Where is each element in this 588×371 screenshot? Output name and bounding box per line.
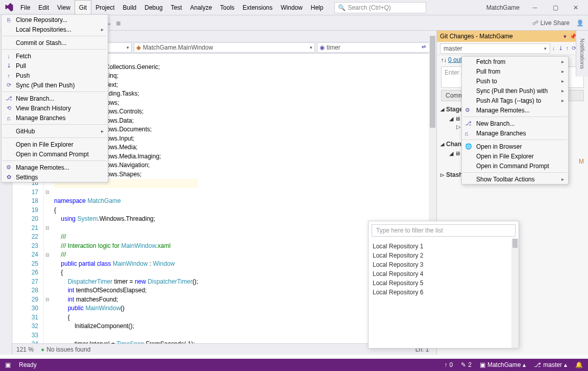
git-menu-item[interactable]: Open in Command Prompt [2,149,108,159]
menu-test[interactable]: Test [167,0,186,15]
scrollbar-vertical[interactable] [511,239,519,348]
repo-list-item[interactable]: Local Repository 2 [373,251,514,260]
menu-view[interactable]: View [53,0,75,15]
git-context-item[interactable]: ⎌Manage Branches [462,128,568,138]
nav-member-dd[interactable]: ◉timer▾ [317,42,434,53]
window-controls: ─ ▢ ✕ [525,0,586,15]
git-menu-item[interactable]: ⚙Manage Remotes... [2,163,108,172]
output-icon[interactable]: ▣ [5,361,11,368]
git-context-item[interactable]: Pull from [462,66,568,76]
git-menu-item[interactable]: Local Repositories... [2,25,108,34]
minimize-button[interactable]: ─ [525,0,545,15]
search-icon: 🔍 [338,4,346,11]
git-dropdown-menu: ⎘Clone Repository...Local Repositories..… [1,14,108,182]
nav-member-label: timer [327,44,340,51]
status-edits[interactable]: ✎ 2 [461,361,472,368]
git-toolbar: master ↓ ⤓ ↑ ⟳ ⋯ [437,42,588,55]
status-project[interactable]: ▣ MatchGame ▴ [480,361,526,368]
maximize-button[interactable]: ▢ [545,0,566,15]
git-context-item[interactable]: Open in Command Prompt [462,161,568,171]
menu-extensions[interactable]: Extensions [238,0,277,15]
status-push[interactable]: ↑ 0 [445,361,453,368]
git-menu-item[interactable]: ↑Push [2,71,108,80]
pull-icon[interactable]: ⤓ [558,45,563,52]
scroll-thumb[interactable] [430,54,435,128]
menu-build[interactable]: Build [119,0,141,15]
sync-icon[interactable]: ⇄ [420,43,427,50]
git-panel-title: Git Changes - MatchGame [440,33,560,40]
menu-help[interactable]: Help [307,0,328,15]
git-panel-title-bar: Git Changes - MatchGame ▾ 📌 ✕ [437,31,588,42]
git-context-item[interactable]: Fetch from [462,57,568,66]
status-ready: Ready [19,361,37,368]
menu-window[interactable]: Window [277,0,307,15]
git-context-item[interactable]: Open in File Explorer [462,151,568,161]
zoom-level[interactable]: 121 % [16,346,34,353]
close-button[interactable]: ✕ [566,0,586,15]
git-menu-item[interactable]: Commit or Stash... [2,38,108,48]
user-icon[interactable]: 👤 [575,18,585,28]
search-placeholder: Search (Ctrl+Q) [348,4,390,11]
git-menu-item[interactable]: ✿Settings [2,172,108,182]
git-context-item[interactable]: ⎇New Branch... [462,119,568,128]
issues-status[interactable]: ●No issues found [41,346,90,353]
git-context-item[interactable]: Push to [462,76,568,86]
menu-bar: FileEditViewGitProjectBuildDebugTestAnal… [16,0,327,15]
repo-list-item[interactable]: Local Repository 5 [373,279,514,288]
status-branch[interactable]: ⎇ master ▴ [534,361,567,368]
git-menu-item[interactable]: ⟲View Branch History [2,103,108,113]
git-context-item[interactable]: 🌐Open in Browser [462,142,568,151]
menu-project[interactable]: Project [91,0,118,15]
field-icon: ◉ [320,44,325,51]
branch-name: master [444,45,462,52]
repo-filter-input[interactable]: Type here to filter the list [372,224,516,237]
search-input[interactable]: 🔍 Search (Ctrl+Q) [334,2,426,13]
menu-git[interactable]: Git [75,0,91,15]
menu-debug[interactable]: Debug [140,0,166,15]
live-share-label: Live Share [541,19,570,27]
git-menu-item[interactable]: ⤓Pull [2,61,108,71]
dropdown-icon[interactable]: ▾ [561,33,569,40]
repo-list-item[interactable]: Local Repository 4 [373,269,514,279]
repo-list-item[interactable]: Local Repository 3 [373,260,514,269]
title-bar: FileEditViewGitProjectBuildDebugTestAnal… [0,0,588,15]
live-share-button[interactable]: ☍ Live Share [532,19,570,27]
nav-class-label: MatchGame.MainWindow [143,44,213,51]
live-share-icon: ☍ [532,19,538,27]
menu-file[interactable]: File [16,0,34,15]
bell-icon[interactable]: 🔔 [575,361,583,368]
git-menu-item[interactable]: ⎌Manage Branches [2,113,108,123]
class-icon: ◆ [136,44,141,51]
push-icon[interactable]: ↑ [566,45,569,52]
git-context-menu: Fetch fromPull fromPush toSync (Pull the… [461,56,569,184]
git-context-item[interactable]: ⚙Manage Remotes... [462,105,568,115]
fetch-icon[interactable]: ↓ [552,45,555,52]
git-menu-item[interactable]: ↓Fetch [2,51,108,61]
menu-edit[interactable]: Edit [34,0,53,15]
git-menu-item[interactable]: ⎘Clone Repository... [2,15,108,25]
menu-tools[interactable]: Tools [216,0,238,15]
git-menu-item[interactable]: Open in File Explorer [2,140,108,149]
app-title: MatchGame [481,4,525,11]
menu-analyze[interactable]: Analyze [186,0,216,15]
bookmark-icon[interactable]: ◼ [113,18,124,28]
bottom-status-bar: ▣ Ready ↑ 0 ✎ 2 ▣ MatchGame ▴ ⎇ master ▴… [0,359,588,371]
nav-class-dd[interactable]: ◆MatchGame.MainWindow▾ [134,42,315,53]
repo-list: Local Repository 1Local Repository 2Loca… [369,240,519,299]
branch-dropdown[interactable]: master [440,43,550,54]
repo-list-item[interactable]: Local Repository 1 [373,242,514,251]
vs-logo-icon [2,2,16,13]
notifications-tab[interactable]: Notifications [576,31,588,77]
git-context-item[interactable]: Push All Tags (--tags) to [462,96,568,105]
local-repositories-popup: Type here to filter the list Local Repos… [368,221,519,349]
repo-list-item[interactable]: Local Repository 6 [373,288,514,297]
git-menu-item[interactable]: ⟳Sync (Pull then Push) [2,80,108,90]
git-context-item[interactable]: Sync (Pull then Push) with [462,86,568,96]
git-context-item[interactable]: Show Toolbar Actions [462,174,568,184]
git-menu-item[interactable]: ⎇New Branch... [2,94,108,103]
git-menu-item[interactable]: GitHub [2,126,108,136]
